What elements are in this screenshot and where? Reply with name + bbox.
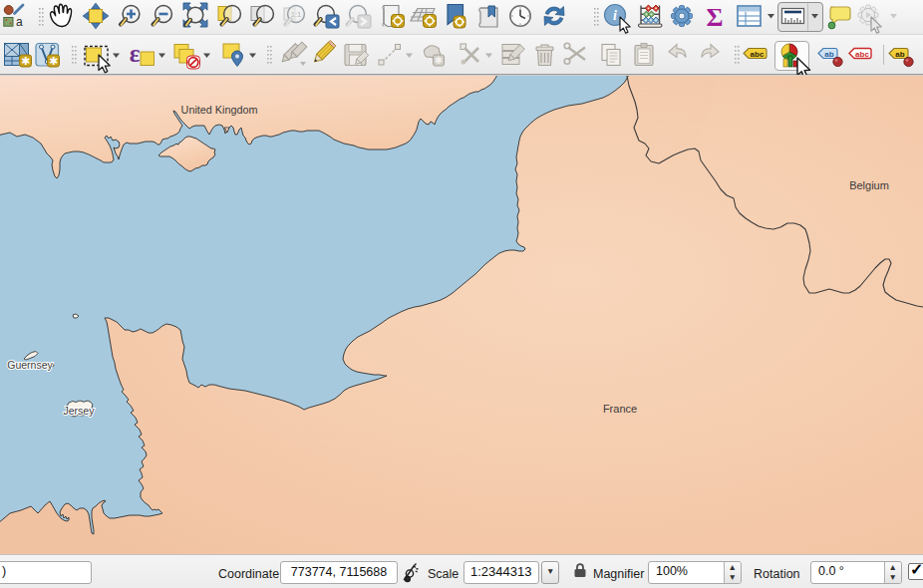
svg-text:ab: ab <box>824 50 833 59</box>
svg-text:United Kingdom: United Kingdom <box>181 104 258 116</box>
svg-text:1:1: 1:1 <box>291 10 301 19</box>
svg-text:Jersey: Jersey <box>64 405 96 417</box>
svg-text:Σ: Σ <box>707 3 724 32</box>
svg-text:✱: ✱ <box>435 55 443 66</box>
svg-text:✱: ✱ <box>21 55 30 67</box>
svg-text:ab: ab <box>895 50 904 59</box>
svg-text:France: France <box>603 403 637 415</box>
svg-text:a: a <box>16 15 23 29</box>
svg-text:Belgium: Belgium <box>849 179 889 191</box>
svg-text:✱: ✱ <box>49 55 58 67</box>
svg-text:ε: ε <box>130 40 141 67</box>
svg-text:abc: abc <box>855 50 869 59</box>
svg-text:abc: abc <box>751 50 765 59</box>
svg-text:Guernsey: Guernsey <box>7 359 53 371</box>
svg-text:i: i <box>613 8 617 23</box>
